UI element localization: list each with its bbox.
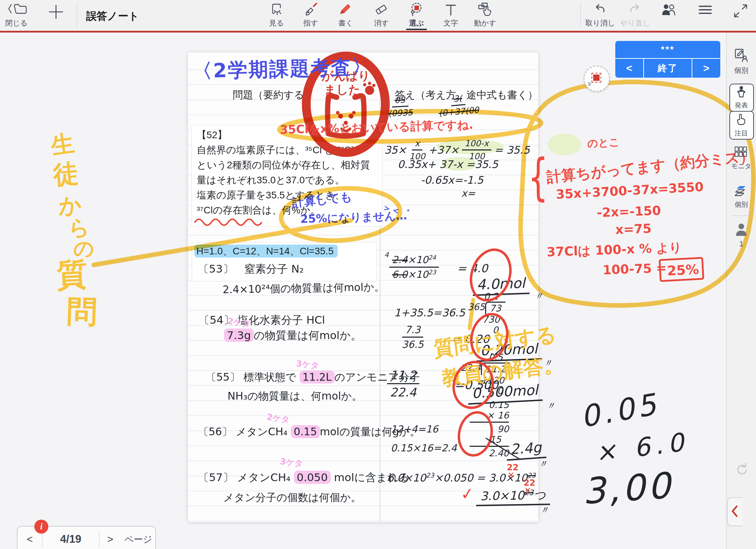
sidebar-separator xyxy=(732,216,751,216)
sync-icon[interactable] xyxy=(734,461,749,479)
tool-text[interactable]: 文字 xyxy=(443,18,458,28)
red-line4: 37Clは 100-x % より xyxy=(546,239,682,261)
attention-hand-icon xyxy=(735,113,748,128)
a52-eq2: 0.35x+ 37-x =35.5 xyxy=(398,158,498,170)
red-line5: 100-75 = xyxy=(602,261,667,277)
pointer-tool-icon[interactable] xyxy=(304,3,317,17)
page-indicator: 4/19 xyxy=(42,527,99,549)
q53-line2: 2.4×10²⁴個の物質量は何molか。 xyxy=(223,280,385,297)
red-note-noko: のとこ xyxy=(587,135,620,151)
tool-move[interactable]: 動かす xyxy=(474,18,496,28)
sidebar-item-individual[interactable]: 個別 xyxy=(734,66,748,75)
q54-line1: 〔54〕 塩化水素分子 HCl xyxy=(199,313,325,328)
a56-tick: 〃 xyxy=(538,457,548,471)
q54-line2: 7.3gの物質量は何molか。 xyxy=(224,328,362,343)
a56-line1: 12+4=16 xyxy=(391,423,438,435)
monitor-grid-icon[interactable] xyxy=(734,146,748,160)
select-tool-icon[interactable] xyxy=(410,2,424,18)
text-tool-icon[interactable] xyxy=(444,3,457,17)
tool-view[interactable]: 見る xyxy=(269,18,284,28)
eraser-tool-icon[interactable] xyxy=(374,3,388,17)
undo-button[interactable]: 取り消し xyxy=(586,18,615,28)
add-page-button[interactable] xyxy=(48,4,64,21)
red-note-title: 計算ちがってます（約分ミス） xyxy=(546,146,755,187)
close-folder-icon[interactable] xyxy=(8,2,28,17)
tool-write[interactable]: 書く xyxy=(338,18,354,28)
a53-fraction: 2.4×1024 6.0×1023 xyxy=(389,254,439,281)
calc-result: 3,00 xyxy=(581,464,674,512)
a54-line1: 1+35.5=36.5 xyxy=(394,307,465,319)
toolbar-divider xyxy=(580,3,581,28)
note-title: 誤答ノート xyxy=(86,9,139,23)
participants-icon[interactable] xyxy=(662,3,678,19)
session-control-panel: *** < 終了 > xyxy=(615,41,720,78)
individual-note-icon[interactable] xyxy=(734,48,748,64)
info-badge[interactable]: i xyxy=(34,520,48,534)
a56-answer: 2.4g xyxy=(506,439,546,458)
layers-icon[interactable] xyxy=(734,185,748,199)
calc-top: 0.05 xyxy=(578,387,662,434)
sidebar-item-attention: 注目 xyxy=(735,129,748,138)
a52-eq4: x= xyxy=(461,188,475,199)
session-end-button[interactable]: 終了 xyxy=(644,59,692,78)
q57-digits-tag: 3ケタ xyxy=(280,456,304,470)
page-label[interactable]: ページ xyxy=(121,527,155,549)
tool-point[interactable]: 指す xyxy=(303,18,318,28)
a53-carry: 4 xyxy=(384,251,389,259)
view-tool-icon[interactable] xyxy=(270,3,283,17)
red-answer-box-value: 25% xyxy=(667,262,699,279)
a55-fraction: 11.222.4 xyxy=(387,368,419,399)
a57-red-x-1: ✕ xyxy=(507,470,514,480)
floating-select-widget[interactable]: 9 xyxy=(584,66,610,92)
red-eq3: x=75 xyxy=(615,221,652,237)
q57-line2: メタン分子の個数は何個か。 xyxy=(223,491,361,505)
move-tool-icon[interactable] xyxy=(478,2,492,18)
a53-equals: = 4.0 xyxy=(457,262,488,275)
toolbar-divider xyxy=(77,3,77,28)
sidebar-item-present: 発表 xyxy=(735,101,748,110)
q52-line4: 塩素の原子量を35.5とするとき、 xyxy=(197,188,382,203)
a57-red-x-2: ✕ xyxy=(524,486,531,495)
q52-line3: 量はそれぞれ35.0と37.0である。 xyxy=(197,173,382,188)
participant-icon[interactable] xyxy=(735,223,748,238)
yellow-char-6: 質 xyxy=(56,253,89,296)
tool-erase[interactable]: 消す xyxy=(374,18,389,28)
selected-tool-underline xyxy=(406,29,427,30)
q57-line1: 〔57〕 メタンCH₄ 0.050 molに含まれる xyxy=(198,470,410,485)
menu-icon[interactable] xyxy=(698,5,712,17)
collapse-panel-button[interactable] xyxy=(727,497,742,526)
close-button[interactable]: 閉じる xyxy=(5,18,28,28)
present-icon xyxy=(735,86,748,100)
tool-select[interactable]: 選ぶ xyxy=(409,18,424,28)
reference-line: H=1.0、C=12、N=14、Cl=35.5 xyxy=(194,245,338,258)
a57-tick: 〃 xyxy=(539,503,550,518)
a56-line2: 0.15×16=2.4 xyxy=(391,442,457,454)
sidebar-item-monitor[interactable]: モニタ xyxy=(731,162,751,171)
a53-tick: 〃 xyxy=(533,289,544,303)
a52-scribble-2: 3((0+37(00 xyxy=(437,92,479,118)
q55-line2: NH₃の物質量は、何molか。 xyxy=(227,389,362,403)
select-widget-badge: 9 xyxy=(588,81,591,87)
sidebar-item-individual-2[interactable]: 個別 xyxy=(735,200,748,209)
a52-scribble-1: 03(0935 xyxy=(387,94,413,119)
a57-check-mark: ✓ xyxy=(460,484,475,504)
pen-tool-icon[interactable] xyxy=(339,2,353,17)
expand-icon[interactable] xyxy=(734,4,748,20)
a52-eq3: -0.65x=-1.5 xyxy=(421,174,483,186)
redo-icon[interactable] xyxy=(628,3,642,17)
next-page-button[interactable]: > xyxy=(99,527,121,549)
a56-vertical-mult: 0.15× 16 9015 2.40 xyxy=(465,400,509,458)
a54-fraction: 7.336.5 xyxy=(402,324,424,350)
undo-icon[interactable] xyxy=(593,3,607,17)
session-next-button[interactable]: > xyxy=(692,59,720,78)
session-prev-button[interactable]: < xyxy=(615,59,643,78)
toolbar: 閉じる 誤答ノート 見る 指す 書く 消す 選ぶ 文字 動かす 取り消し やり直… xyxy=(0,0,756,33)
session-stars[interactable]: *** xyxy=(615,41,720,58)
q56-line1: 〔56〕 メタンCH₄ 0.15molの質量は何gか。 xyxy=(198,425,420,439)
q55-digits-tag: 3ケタ xyxy=(296,358,320,372)
red-eq2: -2x=-150 xyxy=(596,203,661,220)
q52-line2: という2種類の同位体が存在し、相対質 xyxy=(197,157,382,173)
redo-button[interactable]: やり直し xyxy=(620,18,650,28)
a57-line2: 3.0×1023つ xyxy=(476,487,550,505)
red-brace: { xyxy=(528,148,548,206)
